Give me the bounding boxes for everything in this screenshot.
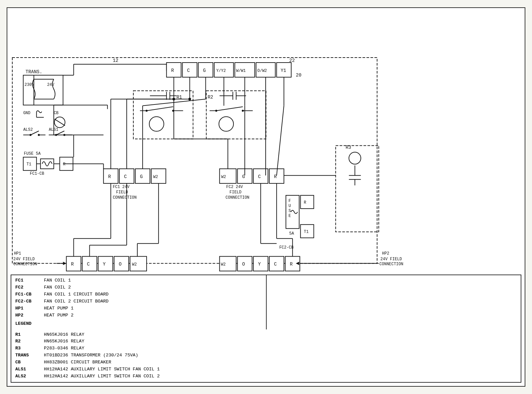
svg-marker-67: [63, 262, 66, 265]
fc2-connection-label: CONNECTION: [225, 195, 249, 200]
top-YY2-label: Y/Y2: [216, 69, 226, 73]
fuse-label: FUSE 5A: [24, 151, 41, 156]
fc2-fuse-E: E: [289, 214, 291, 218]
fc2-fuse-U: U: [289, 204, 291, 208]
legend-title-row: LEGEND: [15, 319, 262, 327]
r2-coil: [219, 117, 233, 131]
hp2-W2-label: W2: [221, 262, 225, 267]
fc2-24v-label: FC2 24V: [226, 185, 243, 189]
fc1-C-label: C: [124, 174, 127, 179]
legend-row-hp2: HP2 HEAT PUMP 2: [15, 312, 262, 319]
relay-r1-box: [133, 91, 193, 139]
legend-right: R1 HN65KJ016 RELAY R2 HN65KJ016 RELAY R3…: [11, 329, 266, 382]
legend-code-fc1: FC1: [15, 277, 42, 284]
r1-coil: [149, 117, 164, 131]
top-OW2-label: O/W2: [257, 69, 267, 73]
transformer-box: [23, 75, 63, 105]
label-20: 20: [296, 73, 302, 78]
legend-desc-fc1: FAN COIL 1: [44, 277, 262, 284]
fc1-field-label: FIELD: [116, 190, 128, 195]
r3-contact: [349, 152, 361, 164]
hp1-connection-label: CONNECTION: [13, 262, 37, 267]
gnd-label: GND: [23, 111, 31, 115]
hp1-R-label: R: [71, 262, 74, 267]
legend-row-r2: R2 HN65KJ016 RELAY: [15, 338, 262, 345]
svg-line-40: [216, 107, 243, 111]
hp2-Y-label: Y: [258, 262, 261, 267]
fc2-fuse-R-label: R: [304, 200, 306, 205]
r2-label: R2: [207, 95, 213, 100]
legend-row-hp1: HP1 HEAT PUMP 1: [15, 305, 262, 312]
legend-desc-fc1cb: FAN COIL 1 CIRCUIT BOARD: [44, 291, 262, 298]
top-Y1-label: Y1: [281, 68, 286, 73]
fc2cb-label: FC2-CB: [279, 245, 294, 250]
svg-point-58: [189, 98, 191, 100]
hp2-C-label: C: [274, 262, 277, 267]
fc1cb-label: FC1-CB: [30, 171, 44, 176]
legend-code-fc2: FC2: [15, 284, 42, 291]
legend-desc-r1: HN65KJ016 RELAY: [44, 331, 262, 338]
fc2-W2-label: W2: [221, 175, 226, 179]
legend-desc-r2: HN65KJ016 RELAY: [44, 338, 262, 345]
legend-row-als1: ALS1 HH12HA142 AUXILLARY LIMIT SWITCH FA…: [15, 366, 262, 373]
cb-label: CB: [54, 111, 59, 115]
legend-code-cb: CB: [15, 359, 42, 366]
hp2-R-label: R: [290, 262, 293, 267]
legend-title: LEGEND: [15, 320, 32, 327]
fc2-field-label: FIELD: [229, 190, 241, 195]
legend-row-trans: TRANS HT01BD236 TRANSFORMER (230/24 75VA…: [15, 352, 262, 359]
hp1-W2-label: W2: [132, 262, 137, 267]
fc1-R-fuse-label: R: [63, 162, 66, 167]
hp1-24v-label: 24V FIELD: [13, 257, 35, 262]
legend-desc-fc2: FAN COIL 2: [44, 284, 262, 291]
legend-code-fc2cb: FC2-CB: [15, 298, 42, 305]
fc2-fuse-F: F: [289, 199, 291, 203]
voltage-24: 24V: [47, 83, 55, 87]
fc1-G-label: G: [140, 174, 143, 179]
label-12: 12: [113, 58, 118, 63]
legend-code-hp2: HP2: [15, 312, 42, 319]
fc1-24v-label: FC1 24V: [113, 185, 130, 189]
hp1-label: HP1: [14, 251, 21, 256]
diagram-container: text { font-family: 'Courier New', Couri…: [7, 7, 525, 387]
fc1-R-label: R: [108, 174, 111, 179]
hp2-label: HP2: [382, 251, 389, 256]
svg-line-31: [147, 107, 173, 111]
legend-row-fc1cb: FC1-CB FAN COIL 1 CIRCUIT BOARD: [15, 291, 262, 298]
fc2-fuse-R-box: [301, 195, 314, 209]
legend-desc-hp1: HEAT PUMP 1: [44, 305, 262, 312]
hp1-O-label: O: [119, 262, 121, 267]
legend-desc-als1: HH12HA142 AUXILLARY LIMIT SWITCH FAN COI…: [44, 366, 262, 373]
legend-desc-trans: HT01BD236 TRANSFORMER (230/24 75VA): [44, 352, 262, 359]
top-G-label: G: [203, 68, 205, 73]
fc2-C-label: C: [258, 174, 261, 179]
legend-row-r1: R1 HN65KJ016 RELAY: [15, 331, 262, 338]
fc2-5a-label: 5A: [289, 231, 294, 236]
fc1-W2-label: W2: [153, 175, 158, 179]
als2-label: ALS2: [23, 127, 33, 132]
hp1-Y-label: Y: [103, 262, 106, 267]
legend-table: FC1 FAN COIL 1 FC2 FAN COIL 2 FC1-CB FAN…: [11, 275, 521, 383]
legend-code-hp1: HP1: [15, 305, 42, 312]
fc2-T1-label: T1: [304, 230, 309, 234]
top-C-label: C: [187, 68, 190, 73]
legend-row-als2: ALS2 HH12HA142 AUXILLARY LIMIT SWITCH FA…: [15, 373, 262, 380]
legend-code-r3: R3: [15, 345, 42, 352]
hp1-C-label: C: [87, 262, 89, 267]
fc1-connection-label: CONNECTION: [113, 195, 137, 200]
legend-desc-fc2cb: FAN COIL 2 CIRCUIT BOARD: [44, 298, 262, 305]
hp2-O-label: O: [242, 262, 245, 267]
legend-code-r2: R2: [15, 338, 42, 345]
fc1-T1-label: T1: [27, 162, 31, 167]
top-R-label: R: [171, 68, 174, 73]
legend-desc-cb: HH83ZB001 CIRCUIT BREAKER: [44, 359, 262, 366]
legend-code-als1: ALS1: [15, 366, 42, 373]
legend-desc-r3: P283-0346 RELAY: [44, 345, 262, 352]
legend-row-fc1: FC1 FAN COIL 1: [15, 277, 262, 284]
legend-desc-als2: HH12HA142 AUXILLARY LIMIT SWITCH FAN COI…: [44, 373, 262, 380]
top-WW1-label: W/W1: [236, 69, 246, 73]
legend-code-fc1cb: FC1-CB: [15, 291, 42, 298]
legend-desc-hp2: HEAT PUMP 2: [44, 312, 262, 319]
legend-code-r1: R1: [15, 331, 42, 338]
legend-row-fc2cb: FC2-CB FAN COIL 2 CIRCUIT BOARD: [15, 298, 262, 305]
